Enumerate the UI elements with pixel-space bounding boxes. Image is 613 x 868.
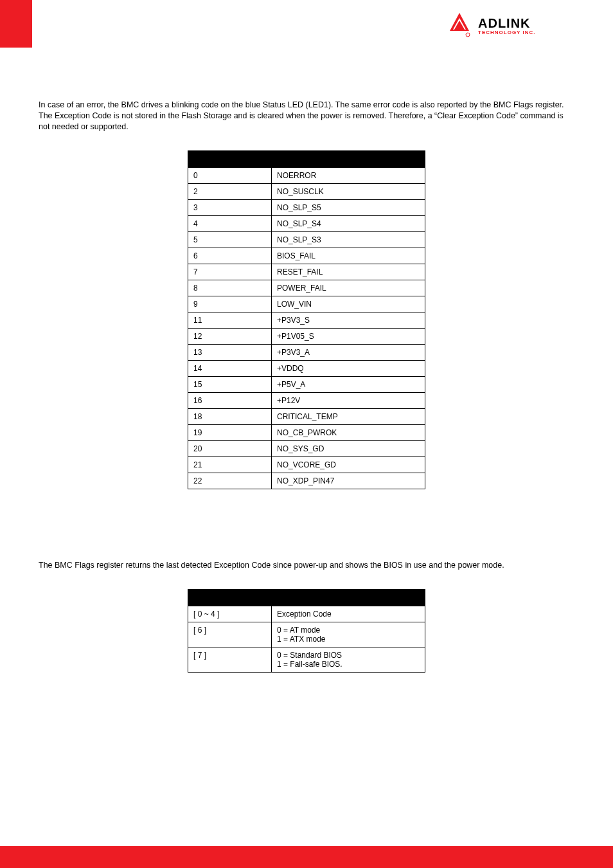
name-cell: CRITICAL_TEMP (272, 408, 425, 424)
name-cell: +VDDQ (272, 360, 425, 376)
brand-subtitle: TECHNOLOGY INC. (478, 30, 536, 35)
desc-cell: Exception Code (272, 606, 425, 622)
table-row: 6BIOS_FAIL (188, 248, 425, 264)
name-cell: NO_SYS_GD (272, 440, 425, 457)
brand-name: ADLINK (478, 17, 536, 30)
code-cell: 22 (188, 473, 272, 489)
intro-paragraph: In case of an error, the BMC drives a bl… (39, 100, 574, 132)
page-content: In case of an error, the BMC drives a bl… (39, 100, 574, 718)
bits-cell: [ 6 ] (188, 622, 272, 647)
code-cell: 12 (188, 328, 272, 344)
table-row: 19NO_CB_PWROK (188, 424, 425, 440)
name-cell: RESET_FAIL (272, 264, 425, 280)
name-cell: NO_XDP_PIN47 (272, 473, 425, 489)
table-row: 5NO_SLP_S3 (188, 231, 425, 248)
code-cell: 11 (188, 312, 272, 328)
name-cell: NO_CB_PWROK (272, 424, 425, 440)
code-cell: 9 (188, 296, 272, 312)
table-row: 21NO_VCORE_GD (188, 457, 425, 473)
table-row: 13+P3V3_A (188, 344, 425, 360)
code-cell: 4 (188, 215, 272, 231)
bits-cell: [ 0 ~ 4 ] (188, 606, 272, 622)
name-cell: NO_VCORE_GD (272, 457, 425, 473)
desc-cell: 0 = Standard BIOS1 = Fail-safe BIOS. (272, 647, 425, 672)
code-cell: 20 (188, 440, 272, 457)
name-cell: +P1V05_S (272, 328, 425, 344)
table-row: [ 0 ~ 4 ]Exception Code (188, 606, 425, 622)
table-row: 7RESET_FAIL (188, 264, 425, 280)
table-row: 15+P5V_A (188, 376, 425, 392)
table-row: 2NO_SUSCLK (188, 183, 425, 199)
code-cell: 18 (188, 408, 272, 424)
code-cell: 5 (188, 231, 272, 248)
name-cell: NO_SLP_S3 (272, 231, 425, 248)
name-cell: LOW_VIN (272, 296, 425, 312)
table-row: 11+P3V3_S (188, 312, 425, 328)
table-row: 22NO_XDP_PIN47 (188, 473, 425, 489)
code-cell: 3 (188, 199, 272, 215)
table-row: 20NO_SYS_GD (188, 440, 425, 457)
svg-point-0 (466, 33, 470, 37)
logo-mark-icon (446, 12, 473, 41)
code-cell: 8 (188, 280, 272, 296)
name-cell: NO_SLP_S4 (272, 215, 425, 231)
name-cell: +P12V (272, 392, 425, 408)
code-cell: 13 (188, 344, 272, 360)
table-row: 0NOERROR (188, 167, 425, 183)
flags-paragraph: The BMC Flags register returns the last … (39, 560, 574, 571)
table-row: 14+VDDQ (188, 360, 425, 376)
code-cell: 14 (188, 360, 272, 376)
exception-code-table: 0NOERROR2NO_SUSCLK3NO_SLP_S54NO_SLP_S45N… (188, 150, 425, 489)
code-cell: 6 (188, 248, 272, 264)
name-cell: +P3V3_A (272, 344, 425, 360)
table-row: [ 7 ]0 = Standard BIOS1 = Fail-safe BIOS… (188, 647, 425, 672)
name-cell: POWER_FAIL (272, 280, 425, 296)
bits-cell: [ 7 ] (188, 647, 272, 672)
name-cell: +P3V3_S (272, 312, 425, 328)
code-cell: 7 (188, 264, 272, 280)
table-row: 8POWER_FAIL (188, 280, 425, 296)
table-row: 16+P12V (188, 392, 425, 408)
brand-logo: ADLINK TECHNOLOGY INC. (446, 12, 574, 41)
code-cell: 15 (188, 376, 272, 392)
code-cell: 2 (188, 183, 272, 199)
code-cell: 19 (188, 424, 272, 440)
code-cell: 21 (188, 457, 272, 473)
bmc-flags-table: [ 0 ~ 4 ]Exception Code[ 6 ]0 = AT mode1… (188, 589, 425, 673)
table-row: 4NO_SLP_S4 (188, 215, 425, 231)
footer-red-bar (0, 846, 613, 868)
name-cell: NO_SUSCLK (272, 183, 425, 199)
name-cell: NO_SLP_S5 (272, 199, 425, 215)
table-row: [ 6 ]0 = AT mode1 = ATX mode (188, 622, 425, 647)
table-row: 18CRITICAL_TEMP (188, 408, 425, 424)
header-red-block (0, 0, 32, 48)
table-row: 12+P1V05_S (188, 328, 425, 344)
desc-cell: 0 = AT mode1 = ATX mode (272, 622, 425, 647)
name-cell: BIOS_FAIL (272, 248, 425, 264)
table-row: 3NO_SLP_S5 (188, 199, 425, 215)
code-cell: 16 (188, 392, 272, 408)
name-cell: NOERROR (272, 167, 425, 183)
name-cell: +P5V_A (272, 376, 425, 392)
table-row: 9LOW_VIN (188, 296, 425, 312)
code-cell: 0 (188, 167, 272, 183)
